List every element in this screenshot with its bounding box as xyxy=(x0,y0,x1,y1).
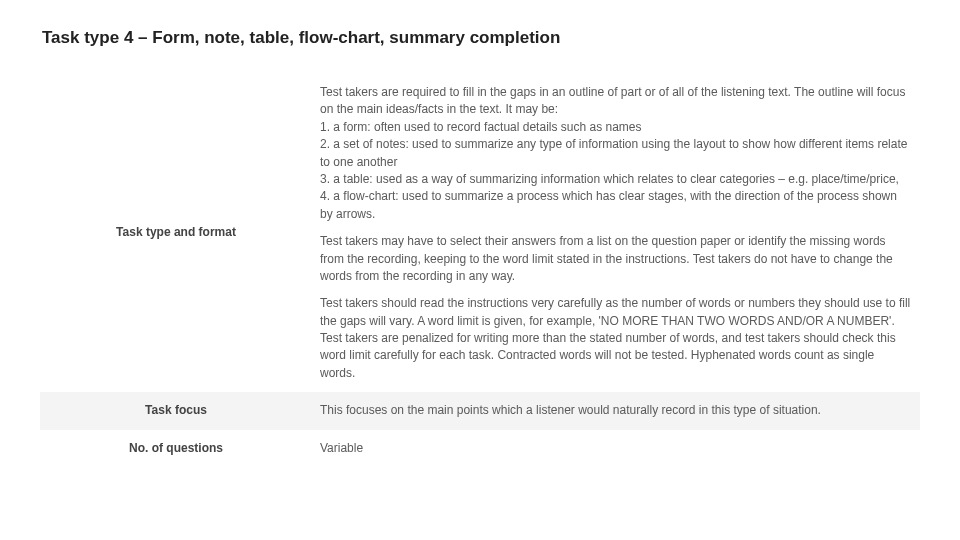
row-body: This focuses on the main points which a … xyxy=(310,392,920,429)
row-label: No. of questions xyxy=(40,430,310,467)
row-body: Test takers are required to fill in the … xyxy=(310,74,920,392)
paragraph: Variable xyxy=(320,440,912,457)
row-label: Task focus xyxy=(40,392,310,429)
page-title: Task type 4 – Form, note, table, flow-ch… xyxy=(42,28,920,48)
paragraph: This focuses on the main points which a … xyxy=(320,402,912,419)
row-body: Variable xyxy=(310,430,920,467)
paragraph: Test takers are required to fill in the … xyxy=(320,84,912,223)
task-type-table: Task type and formatTest takers are requ… xyxy=(40,74,920,467)
paragraph: Test takers should read the instructions… xyxy=(320,295,912,382)
paragraph: Test takers may have to select their ans… xyxy=(320,233,912,285)
row-label: Task type and format xyxy=(40,74,310,392)
